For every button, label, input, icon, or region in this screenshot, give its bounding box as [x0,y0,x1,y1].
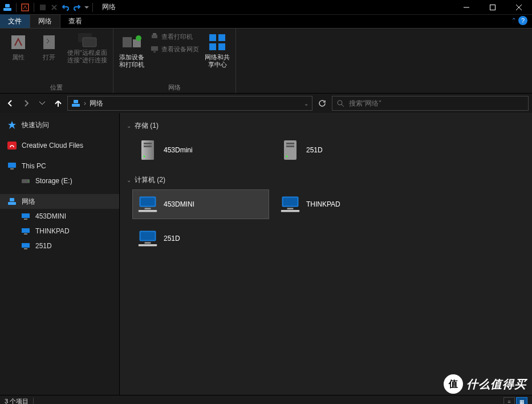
storage-item-251d[interactable]: 251D [275,135,412,165]
ribbon-group-location: 属性 打开 使用"远程桌面连接"进行连接 位置 [0,29,113,93]
view-mode-buttons: ≡ ▦ [503,397,527,405]
forward-button[interactable] [19,96,33,110]
up-button[interactable] [51,96,65,110]
svg-rect-15 [151,46,158,51]
sidebar-label: 网络 [22,197,35,207]
tab-network[interactable]: 网络 [30,14,60,28]
breadcrumb-location[interactable]: 网络 [90,99,103,108]
back-button[interactable] [3,96,17,110]
svg-rect-59 [139,244,157,247]
tab-view[interactable]: 查看 [60,14,90,28]
divider [33,398,34,405]
maximize-button[interactable] [480,0,506,15]
ribbon-group-network: 添加设备和打印机 查看打印机 查看设备网页 网络和共享中心 网络 [113,29,236,93]
drive-icon [21,176,31,186]
qa-delete-icon[interactable] [49,2,59,13]
qa-item-icon[interactable] [38,2,48,13]
computer-icon [21,241,31,251]
sidebar-item-thinkpad[interactable]: THINKPAD [0,224,119,239]
ribbon-properties-button[interactable]: 属性 [3,31,33,62]
sidebar-item-453dmini[interactable]: 453DMINI [0,209,119,224]
title-bar: 网络 [0,0,532,15]
svg-rect-35 [22,228,30,233]
svg-rect-33 [22,213,30,218]
divider [16,3,17,12]
svg-rect-6 [11,35,25,49]
svg-rect-2 [22,4,29,11]
ribbon-label: 属性 [12,54,25,61]
svg-rect-9 [83,38,96,47]
item-label: 251D [306,146,323,154]
ribbon-label: 网络和共享中心 [204,54,231,68]
collapse-ribbon-icon[interactable]: ⌃ [511,17,516,23]
storage-item-453dmini[interactable]: 453Dmini [132,135,269,165]
computer-item-251d[interactable]: 251D [132,224,269,253]
status-bar: 3 个项目 ≡ ▦ [0,395,532,404]
svg-rect-13 [152,35,157,38]
address-bar[interactable]: › 网络 ⌄ [67,96,312,111]
computer-item-453dmini[interactable]: 453DMINI [132,189,269,219]
divider [92,3,93,12]
computer-icon [137,193,158,216]
sidebar-item-this-pc[interactable]: This PC [0,159,119,173]
ribbon-label: 查看打印机 [161,33,193,41]
group-header-storage[interactable]: ⌄ 存储 (1) [127,121,525,131]
details-view-button[interactable]: ≡ [503,397,515,405]
sidebar-item-storage-e[interactable]: Storage (E:) [0,173,119,188]
ribbon-remote-desktop-button[interactable]: 使用"远程桌面连接"进行连接 [65,31,109,65]
help-icon[interactable]: ? [518,16,527,25]
address-dropdown-icon[interactable]: ⌄ [304,100,308,107]
svg-rect-5 [490,5,496,10]
sidebar-item-quick-access[interactable]: 快速访问 [0,118,119,132]
ribbon-open-button[interactable]: 打开 [34,31,64,62]
window-controls [453,0,532,15]
svg-rect-18 [218,34,225,41]
svg-rect-32 [10,198,14,201]
ribbon-view-device-page-button[interactable]: 查看设备网页 [148,43,201,55]
svg-rect-45 [286,143,294,144]
minimize-button[interactable] [453,0,480,15]
network-center-icon [207,32,228,52]
qa-properties-icon[interactable] [20,2,30,13]
svg-rect-16 [153,51,156,52]
add-devices-icon [121,32,142,52]
ribbon-group-label: 位置 [3,82,109,92]
svg-rect-17 [209,34,216,41]
this-pc-icon [7,161,17,171]
ribbon-network-center-button[interactable]: 网络和共享中心 [202,31,232,70]
qa-undo-icon[interactable] [60,2,71,13]
svg-rect-38 [24,248,27,249]
computer-icon [280,193,300,216]
close-button[interactable] [506,0,532,15]
search-box[interactable]: 搜索"网络" [332,96,529,111]
sidebar-item-creative-cloud[interactable]: Creative Cloud Files [0,138,119,153]
quick-access-icon [7,120,17,130]
refresh-button[interactable] [315,96,330,111]
window-title: 网络 [102,2,116,12]
svg-rect-21 [72,104,80,107]
recent-locations-button[interactable] [35,96,49,110]
app-icon [2,2,13,13]
svg-rect-55 [281,210,299,212]
ribbon-view-printers-button[interactable]: 查看打印机 [148,31,201,42]
sidebar-label: Creative Cloud Files [22,142,83,150]
ribbon-label: 添加设备和打印机 [118,54,145,68]
qa-customize-dropdown[interactable] [84,6,89,9]
breadcrumb-separator: › [84,99,86,107]
sidebar-item-251d[interactable]: 251D [0,239,119,253]
tab-file[interactable]: 文件 [0,14,30,28]
large-icons-view-button[interactable]: ▦ [516,397,527,405]
search-placeholder: 搜索"网络" [349,99,381,108]
ribbon-add-devices-button[interactable]: 添加设备和打印机 [117,31,147,70]
sidebar-item-network[interactable]: 网络 [0,194,119,209]
svg-rect-58 [145,242,151,244]
sidebar-label: Storage (E:) [35,177,72,185]
svg-rect-14 [153,33,156,35]
svg-rect-31 [8,202,16,205]
navigation-pane: 快速访问 Creative Cloud Files This PC Storag… [0,113,120,395]
qa-redo-icon[interactable] [72,2,82,13]
status-item-count: 3 个项目 [5,397,29,404]
group-header-computers[interactable]: ⌄ 计算机 (2) [127,175,525,185]
svg-point-23 [338,100,342,105]
computer-item-thinkpad[interactable]: THINKPAD [275,189,412,219]
